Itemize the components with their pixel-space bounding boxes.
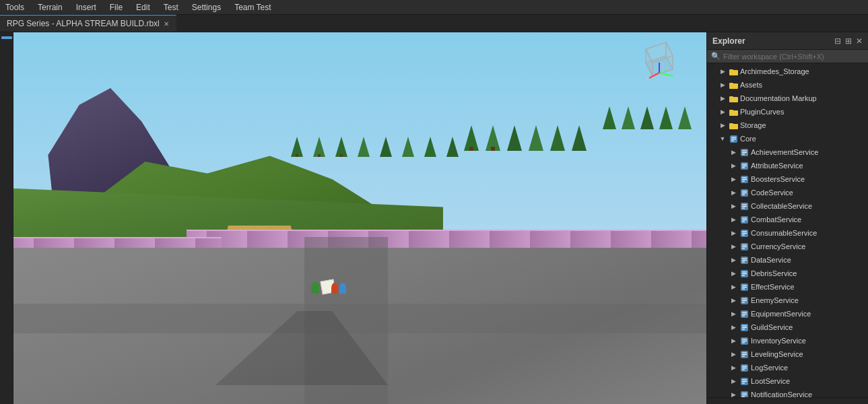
trees-back (291, 137, 459, 157)
tree-item[interactable]: ▶Documentation Markup (707, 92, 868, 105)
svg-rect-39 (729, 110, 733, 112)
svg-rect-37 (729, 96, 733, 98)
tree-item-label: AttributeService (751, 162, 803, 170)
tree-item[interactable]: ▶EffectService (707, 280, 868, 294)
tree-item[interactable]: ▶CombatService (707, 213, 868, 226)
tree-arrow: ▶ (729, 391, 738, 397)
service-icon (739, 363, 749, 372)
menu-settings[interactable]: Settings (189, 1, 224, 13)
tree-item-label: DataService (751, 256, 791, 264)
folder-icon (729, 94, 738, 103)
menu-team-test[interactable]: Team Test (232, 1, 273, 13)
tree-arrow: ▶ (729, 283, 738, 290)
tree-arrow: ▶ (729, 270, 738, 277)
tree-item[interactable]: ▶CurrencyService (707, 240, 868, 253)
svg-marker-8 (402, 137, 414, 157)
menu-test[interactable]: Test (161, 1, 181, 13)
tree-item-label: Archimedes_Storage (740, 67, 809, 75)
viewport[interactable]: 2 (13, 32, 706, 404)
menubar: Tools Terrain Insert File Edit Test Sett… (0, 0, 868, 15)
service-icon (739, 255, 749, 265)
svg-marker-22 (659, 106, 673, 129)
tree-item[interactable]: ▶ConsumableService (707, 226, 868, 240)
tree-item[interactable]: ▶BoostersService (707, 172, 868, 186)
menu-terrain[interactable]: Terrain (35, 1, 65, 13)
tree-item[interactable]: ▼Core (707, 132, 868, 145)
tree-item-label: CombatService (751, 215, 801, 224)
tree-item-label: CurrencyService (751, 242, 805, 250)
explorer-close-button[interactable]: ✕ (856, 36, 863, 46)
tree-item[interactable]: ▶NotificationService (707, 388, 868, 397)
tree-item[interactable]: ▶InventoryService (707, 334, 868, 347)
left-sidebar (0, 32, 13, 404)
tree-item-label: Documentation Markup (740, 94, 817, 102)
service-icon (739, 323, 749, 332)
svg-marker-23 (678, 106, 692, 129)
svg-marker-21 (640, 106, 654, 129)
tree-arrow: ▶ (718, 108, 727, 115)
svg-marker-15 (507, 125, 522, 151)
service-icon (739, 269, 749, 278)
svg-marker-4 (335, 137, 347, 157)
svg-text:2: 2 (646, 75, 649, 79)
tree-item[interactable]: ▶CollectableService (707, 199, 868, 213)
svg-rect-33 (729, 69, 733, 71)
tree-item-label: DebrisService (751, 269, 797, 277)
tree-item[interactable]: ▶EnemyService (707, 294, 868, 307)
svg-marker-9 (424, 137, 436, 157)
tab-label: RPG Series - ALPHA STREAM BUILD.rbxl (7, 19, 160, 28)
svg-rect-5 (340, 154, 343, 157)
folder-icon (729, 80, 738, 90)
menu-insert[interactable]: Insert (73, 1, 99, 13)
explorer-scrollbar[interactable] (707, 397, 868, 404)
tree-item[interactable]: ▶Storage (707, 119, 868, 132)
tree-item[interactable]: ▶PluginCurves (707, 105, 868, 119)
tab-close-button[interactable]: ✕ (164, 20, 169, 28)
tree-item[interactable]: ▶EquipmentService (707, 307, 868, 321)
svg-marker-18 (572, 125, 587, 151)
tabbar: RPG Series - ALPHA STREAM BUILD.rbxl ✕ (0, 15, 868, 32)
svg-marker-16 (529, 125, 543, 151)
main-tab[interactable]: RPG Series - ALPHA STREAM BUILD.rbxl ✕ (0, 15, 176, 32)
svg-rect-12 (469, 147, 473, 151)
tree-item[interactable]: ▶LogService (707, 361, 868, 374)
tree-item-label: BoostersService (751, 175, 805, 183)
service-icon (739, 147, 749, 157)
tree-arrow: ▶ (729, 243, 738, 250)
explorer-expand-button[interactable]: ⊞ (845, 36, 852, 46)
tree-arrow: ▶ (729, 216, 738, 223)
tree-item[interactable]: ▶LevelingService (707, 347, 868, 361)
tree-item[interactable]: ▶Assets (707, 78, 868, 92)
tree-item[interactable]: ▶LootService (707, 374, 868, 388)
menu-edit[interactable]: Edit (133, 1, 153, 13)
tree-item[interactable]: ▶GuildService (707, 321, 868, 334)
svg-marker-20 (622, 106, 635, 129)
main-area: 2 Explorer ⊟ ⊞ ✕ 🔍 ▶Archimedes_Storage▶A… (0, 32, 868, 404)
tree-arrow: ▶ (729, 203, 738, 209)
tree-item[interactable]: ▶Archimedes_Storage (707, 65, 868, 78)
explorer-minimize-button[interactable]: ⊟ (834, 36, 841, 46)
tree-item[interactable]: ▶DataService (707, 253, 868, 267)
svg-marker-6 (358, 137, 370, 157)
explorer-tree[interactable]: ▶Archimedes_Storage▶Assets▶Documentation… (707, 63, 868, 397)
service-icon (739, 242, 749, 251)
tree-item[interactable]: ▶CodeService (707, 186, 868, 199)
svg-line-29 (659, 73, 673, 76)
svg-rect-14 (491, 147, 495, 151)
tree-item[interactable]: ▶AttributeService (707, 159, 868, 172)
explorer-controls: ⊟ ⊞ ✕ (834, 36, 863, 46)
trees-mid-right (464, 125, 587, 151)
tree-arrow: ▶ (729, 324, 738, 331)
tree-item[interactable]: ▶DebrisService (707, 267, 868, 280)
service-icon (729, 134, 738, 143)
road-horizontal (13, 304, 706, 333)
tree-arrow: ▶ (729, 378, 738, 384)
tree-arrow: ▶ (729, 189, 738, 196)
filter-search-input[interactable] (723, 53, 864, 61)
menu-file[interactable]: File (107, 1, 125, 13)
tree-item[interactable]: ▶AchievementService (707, 145, 868, 159)
menu-tools[interactable]: Tools (3, 1, 27, 13)
svg-rect-35 (729, 83, 733, 85)
explorer-filter: 🔍 (707, 50, 868, 63)
service-icon (739, 390, 749, 397)
